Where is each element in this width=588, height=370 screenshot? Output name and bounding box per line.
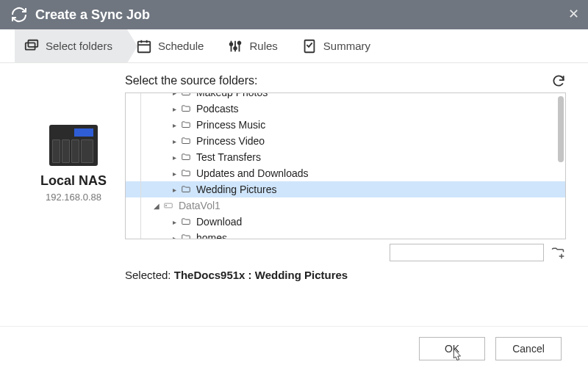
folder-icon <box>180 168 192 178</box>
selected-path: TheDocs951x : Wedding Pictures <box>174 269 348 281</box>
tree-folder[interactable]: ▸Test Transfers <box>126 149 565 165</box>
svg-rect-1 <box>28 40 37 46</box>
folder-tree[interactable]: ▸Makeup Photos▸Podcasts▸Princess Music▸P… <box>125 92 566 239</box>
tree-item-label: Download <box>196 216 242 228</box>
titlebar: Create a Sync Job ✕ <box>0 0 588 29</box>
tree-item-label: Wedding Pictures <box>196 184 276 195</box>
path-input[interactable] <box>390 244 544 261</box>
tree-folder[interactable]: ▸Princess Video <box>126 133 565 149</box>
folder-icon <box>180 233 192 239</box>
tree-item-label: homes <box>196 232 227 239</box>
drive-icon <box>162 200 174 211</box>
folder-icon <box>180 217 192 227</box>
source-device-panel: Local NAS 192.168.0.88 <box>22 73 125 322</box>
step-schedule[interactable]: Schedule <box>127 29 219 62</box>
sync-job-dialog: Create a Sync Job ✕ Select folders Sched… <box>0 0 588 370</box>
svg-rect-2 <box>138 41 151 52</box>
tree-item-label: Updates and Downloads <box>196 167 309 179</box>
tree-folder[interactable]: ▸Download <box>126 214 565 230</box>
folder-picker-panel: Select the source folders: ▸Makeup Photo… <box>125 73 566 322</box>
chevron-right-icon[interactable]: ▸ <box>170 234 179 240</box>
svg-point-9 <box>234 46 237 49</box>
tree-item-label: Princess Music <box>196 119 265 131</box>
dialog-title: Create a Sync Job <box>35 7 150 23</box>
tree-item-label: DataVol1 <box>179 200 220 211</box>
svg-point-14 <box>165 205 166 206</box>
panel-heading: Select the source folders: <box>125 74 258 87</box>
tree-item-label: Podcasts <box>196 103 239 115</box>
chevron-right-icon[interactable]: ▸ <box>170 218 179 226</box>
tree-folder[interactable]: ▸homes <box>126 230 565 239</box>
folder-icon <box>180 120 192 130</box>
selected-prefix: Selected: <box>125 269 174 281</box>
chevron-right-icon[interactable]: ▸ <box>170 186 179 194</box>
chevron-right-icon[interactable]: ▸ <box>170 137 179 145</box>
folder-icon <box>180 152 192 162</box>
folders-stack-icon <box>24 38 40 54</box>
calendar-icon <box>136 38 152 54</box>
step-rules[interactable]: Rules <box>218 29 292 62</box>
folder-icon <box>180 136 192 146</box>
tree-item-label: Test Transfers <box>196 151 261 163</box>
document-check-icon <box>301 38 318 54</box>
tree-folder[interactable]: ▸Updates and Downloads <box>126 165 565 181</box>
new-folder-icon[interactable] <box>550 244 566 261</box>
step-label: Summary <box>323 40 370 52</box>
cancel-button[interactable]: Cancel <box>495 337 562 360</box>
chevron-down-icon[interactable]: ◢ <box>152 202 161 210</box>
step-label: Select folders <box>46 40 112 52</box>
tree-folder[interactable]: ▸Makeup Photos <box>126 92 565 101</box>
chevron-right-icon[interactable]: ▸ <box>170 170 179 178</box>
tree-scrollbar[interactable] <box>558 96 564 162</box>
tree-item-label: Princess Video <box>196 135 265 147</box>
tree-folder[interactable]: ▸Wedding Pictures <box>126 181 565 197</box>
chevron-right-icon[interactable]: ▸ <box>170 121 179 129</box>
device-name: Local NAS <box>40 173 107 189</box>
refresh-button[interactable] <box>551 73 566 88</box>
chevron-right-icon[interactable]: ▸ <box>170 153 179 162</box>
sliders-icon <box>227 38 243 54</box>
device-ip: 192.168.0.88 <box>46 192 101 203</box>
tree-item-label: Makeup Photos <box>196 92 268 98</box>
tree-guide-line <box>140 93 141 239</box>
wizard-steps: Select folders Schedule Rules <box>0 29 588 63</box>
step-label: Schedule <box>158 40 204 52</box>
tree-folder[interactable]: ▸Princess Music <box>126 117 565 133</box>
nas-device-image <box>49 125 98 166</box>
dialog-footer: OK Cancel <box>0 326 588 370</box>
dialog-body: Local NAS 192.168.0.88 Select the source… <box>0 63 588 326</box>
step-summary[interactable]: Summary <box>293 29 385 62</box>
step-select-folders[interactable]: Select folders <box>15 29 127 62</box>
tree-folder[interactable]: ▸Podcasts <box>126 101 565 117</box>
svg-point-11 <box>238 41 241 44</box>
folder-icon <box>180 92 192 98</box>
folder-icon <box>180 184 192 195</box>
folder-icon <box>180 104 192 114</box>
sync-app-icon <box>10 6 28 23</box>
chevron-right-icon[interactable]: ▸ <box>170 105 179 113</box>
ok-button[interactable]: OK <box>419 337 485 360</box>
step-label: Rules <box>249 40 277 52</box>
chevron-right-icon[interactable]: ▸ <box>170 92 179 97</box>
tree-volume[interactable]: ◢DataVol1 <box>126 197 565 214</box>
selected-path-line: Selected: TheDocs951x : Wedding Pictures <box>125 269 566 281</box>
close-icon[interactable]: ✕ <box>568 6 579 22</box>
svg-point-7 <box>230 43 233 46</box>
